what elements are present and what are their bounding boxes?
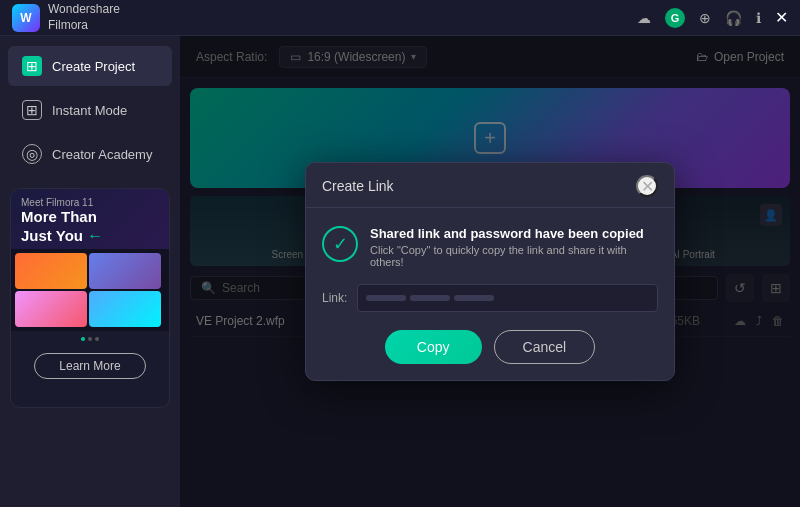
create-link-modal: Create Link ✕ ✓ Shared link and password… [305,162,675,381]
app-name: Wondershare Filmora [48,2,120,33]
success-text: Shared link and password have been copie… [370,226,658,268]
modal-header: Create Link ✕ [306,163,674,208]
info-icon[interactable]: ℹ [756,10,761,26]
success-subtitle: Click "Copy" to quickly copy the link an… [370,244,658,268]
modal-title: Create Link [322,178,394,194]
promo-title: More Than Just You ← [21,208,159,245]
promo-arrow-icon: ← [87,227,103,244]
promo-images [11,249,169,331]
modal-body: ✓ Shared link and password have been cop… [306,208,674,380]
link-dot-1 [366,295,406,301]
link-value [357,284,658,312]
titlebar-left: W Wondershare Filmora [12,2,120,33]
promo-card: Meet Filmora 11 More Than Just You ← [10,188,170,408]
link-row: Link: [322,284,658,312]
promo-image-2 [89,253,161,289]
titlebar-right: ☁ G ⊕ 🎧 ℹ ✕ [637,8,788,28]
promo-header: Meet Filmora 11 More Than Just You ← [11,189,169,249]
modal-overlay: Create Link ✕ ✓ Shared link and password… [180,36,800,507]
add-icon[interactable]: ⊕ [699,10,711,26]
modal-close-button[interactable]: ✕ [636,175,658,197]
headphone-icon[interactable]: 🎧 [725,10,742,26]
promo-meet-text: Meet Filmora 11 [21,197,159,208]
promo-dot-1 [81,337,85,341]
sidebar: ⊞ Create Project ⊞ Instant Mode ◎ Creato… [0,36,180,507]
modal-actions: Copy Cancel [322,330,658,364]
create-project-icon: ⊞ [22,56,42,76]
success-title: Shared link and password have been copie… [370,226,658,241]
close-icon[interactable]: ✕ [775,8,788,27]
sidebar-item-creator-academy-label: Creator Academy [52,147,152,162]
link-label: Link: [322,291,347,305]
sidebar-item-create-project-label: Create Project [52,59,135,74]
learn-more-button[interactable]: Learn More [34,353,145,379]
promo-dot-3 [95,337,99,341]
main-layout: ⊞ Create Project ⊞ Instant Mode ◎ Creato… [0,36,800,507]
creator-academy-icon: ◎ [22,144,42,164]
titlebar: W Wondershare Filmora ☁ G ⊕ 🎧 ℹ ✕ [0,0,800,36]
cloud-icon[interactable]: ☁ [637,10,651,26]
promo-image-4 [89,291,161,327]
promo-strip [11,331,169,347]
success-icon: ✓ [322,226,358,262]
cancel-button[interactable]: Cancel [494,330,596,364]
app-logo: W [12,4,40,32]
content-area: Aspect Ratio: ▭ 16:9 (Widescreen) ▾ 🗁 Op… [180,36,800,507]
sidebar-item-instant-mode[interactable]: ⊞ Instant Mode [8,90,172,130]
modal-success-row: ✓ Shared link and password have been cop… [322,226,658,268]
promo-dot-2 [88,337,92,341]
link-dot-2 [410,295,450,301]
sidebar-item-instant-mode-label: Instant Mode [52,103,127,118]
copy-button[interactable]: Copy [385,330,482,364]
link-dots [366,295,494,301]
sidebar-item-creator-academy[interactable]: ◎ Creator Academy [8,134,172,174]
promo-image-3 [15,291,87,327]
promo-dots [81,337,99,341]
account-icon[interactable]: G [665,8,685,28]
promo-image-1 [15,253,87,289]
instant-mode-icon: ⊞ [22,100,42,120]
sidebar-item-create-project[interactable]: ⊞ Create Project [8,46,172,86]
link-dot-3 [454,295,494,301]
